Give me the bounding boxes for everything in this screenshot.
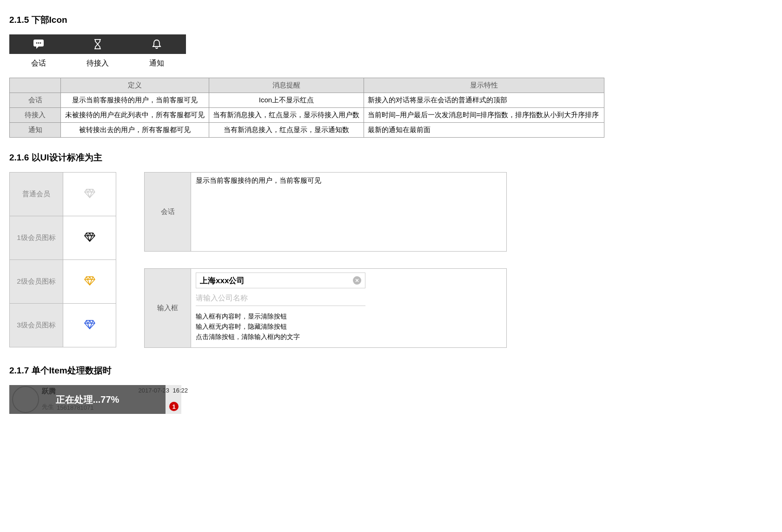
unread-badge: 1 xyxy=(169,402,179,411)
table-header-display: 显示特性 xyxy=(364,78,604,93)
member-label: 3级会员图标 xyxy=(10,304,63,347)
tab-pending[interactable] xyxy=(68,39,127,49)
tab-label-notify: 通知 xyxy=(127,59,186,68)
input-placeholder: 请输入公司名称 xyxy=(196,293,248,303)
bottom-tabbar xyxy=(9,34,186,54)
row-notify: 当有新消息接入，红点显示，显示通知数 xyxy=(209,123,364,138)
member-label: 2级会员图标 xyxy=(10,260,63,304)
member-label: 普通会员 xyxy=(10,173,63,216)
diamond-icon xyxy=(84,276,95,286)
svg-line-30 xyxy=(90,320,91,323)
member-icon-cell xyxy=(63,304,116,347)
svg-point-4 xyxy=(40,42,41,44)
svg-line-17 xyxy=(88,233,90,236)
session-spec-box: 会话 显示当前客服接待的用户，当前客服可见 xyxy=(144,172,507,252)
diamond-icon xyxy=(84,189,95,198)
spec-label-session: 会话 xyxy=(145,173,191,252)
svg-line-24 xyxy=(90,277,91,279)
svg-marker-13 xyxy=(85,233,95,241)
row-display: 最新的通知在最前面 xyxy=(364,123,604,138)
hourglass-icon xyxy=(93,39,102,49)
svg-line-12 xyxy=(90,189,91,192)
tab-label-pending: 待接入 xyxy=(68,59,127,68)
row-def: 显示当前客服接待的用户，当前客服可见 xyxy=(61,93,209,108)
diamond-icon xyxy=(84,233,95,242)
svg-point-3 xyxy=(38,42,40,44)
spec-body-input: 上海xxx公司 请输入公司名称 输入框有内容时，显示清除按钮 输入框无内容时，隐… xyxy=(191,269,507,348)
row-name: 会话 xyxy=(10,93,61,108)
svg-line-29 xyxy=(88,320,90,323)
input-spec-box: 输入框 上海xxx公司 请输入公司名称 输入框有内容时，显示清除按钮 输入框无内… xyxy=(144,268,507,348)
tab-chat[interactable] xyxy=(9,39,68,49)
close-icon xyxy=(355,279,359,282)
spec-label-input: 输入框 xyxy=(145,269,191,348)
input-note: 输入框无内容时，隐藏清除按钮 xyxy=(196,323,502,331)
svg-marker-1 xyxy=(36,46,39,49)
row-display: 新接入的对话将显示在会话的普通样式的顶部 xyxy=(364,93,604,108)
spec-body-session: 显示当前客服接待的用户，当前客服可见 xyxy=(191,173,507,252)
table-header-def: 定义 xyxy=(61,78,209,93)
row-name: 待接入 xyxy=(10,108,61,123)
member-icon-cell xyxy=(63,216,116,260)
row-name: 通知 xyxy=(10,123,61,138)
row-def: 被转接出去的用户，所有客服都可见 xyxy=(61,123,209,138)
svg-line-18 xyxy=(90,233,91,236)
row-def: 未被接待的用户在此列表中，所有客服都可见 xyxy=(61,108,209,123)
svg-line-11 xyxy=(88,189,90,192)
input-filled-example[interactable]: 上海xxx公司 xyxy=(196,273,365,288)
icon-spec-table: 定义 消息提醒 显示特性 会话 显示当前客服接待的用户，当前客服可见 Icon上… xyxy=(9,78,604,138)
tab-label-chat: 会话 xyxy=(9,59,68,68)
table-header-blank xyxy=(10,78,61,93)
svg-line-23 xyxy=(88,277,90,279)
chat-icon xyxy=(33,39,45,49)
row-notify: Icon上不显示红点 xyxy=(209,93,364,108)
member-icon-cell xyxy=(63,173,116,216)
table-row: 待接入 未被接待的用户在此列表中，所有客服都可见 当有新消息接入，红点显示，显示… xyxy=(10,108,604,123)
clear-button[interactable] xyxy=(353,276,361,285)
processing-overlay: 正在处理...77% xyxy=(9,385,166,414)
input-note: 点击清除按钮，清除输入框内的文字 xyxy=(196,333,502,341)
input-empty-example[interactable]: 请输入公司名称 xyxy=(196,291,365,306)
input-filled-value: 上海xxx公司 xyxy=(200,275,245,286)
tab-notify[interactable] xyxy=(127,39,186,49)
conversation-item[interactable]: 跃腾 2017-07-23 16:22 先生 15618781071 正在处理.… xyxy=(9,385,181,414)
bell-icon xyxy=(152,39,162,49)
table-header-notify: 消息提醒 xyxy=(209,78,364,93)
member-level-table: 普通会员 1级会员图标 2级会员图标 3级会员 xyxy=(9,172,116,347)
row-notify: 当有新消息接入，红点显示，显示待接入用户数 xyxy=(209,108,364,123)
table-row: 会话 显示当前客服接待的用户，当前客服可见 Icon上不显示红点 新接入的对话将… xyxy=(10,93,604,108)
section-title-215: 2.1.5 下部Icon xyxy=(9,14,773,26)
table-row: 通知 被转接出去的用户，所有客服都可见 当有新消息接入，红点显示，显示通知数 最… xyxy=(10,123,604,138)
section-title-217: 2.1.7 单个Item处理数据时 xyxy=(9,365,773,377)
svg-marker-25 xyxy=(85,320,95,329)
member-icon-cell xyxy=(63,260,116,304)
section-title-216: 2.1.6 以UI设计标准为主 xyxy=(9,152,773,164)
row-display: 当前时间–用户最后一次发消息时间=排序指数，排序指数从小到大升序排序 xyxy=(364,108,604,123)
input-note: 输入框有内容时，显示清除按钮 xyxy=(196,313,502,321)
tabbar-labels-row: 会话 待接入 通知 xyxy=(9,59,186,68)
svg-marker-7 xyxy=(85,189,95,198)
svg-point-2 xyxy=(36,42,38,44)
item-time: 16:22 xyxy=(172,387,188,394)
member-label: 1级会员图标 xyxy=(10,216,63,260)
svg-marker-19 xyxy=(85,277,95,285)
diamond-icon xyxy=(84,320,95,329)
processing-text: 正在处理...77% xyxy=(56,393,119,406)
